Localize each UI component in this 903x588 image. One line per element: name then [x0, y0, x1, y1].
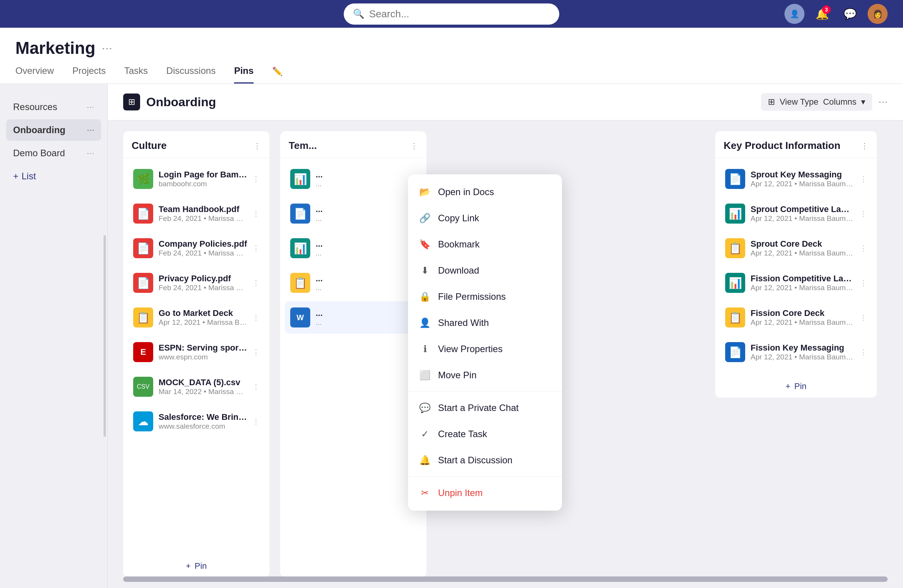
messages-button[interactable]: 💬 [840, 4, 860, 24]
pin-item[interactable]: 📄 Fission Key Messaging Apr 12, 2021 • M… [720, 336, 872, 368]
pin-icon: 📄 [133, 204, 153, 224]
tab-projects[interactable]: Projects [72, 65, 106, 84]
sidebar-item-more[interactable]: ⋯ [87, 125, 94, 135]
menu-item-view-properties[interactable]: ℹ View Properties [408, 336, 562, 362]
pin-meta: www.salesforce.com [159, 422, 247, 431]
pin-item[interactable]: 📋 ... ... ⋮ [285, 267, 422, 299]
user-avatar-left[interactable]: 👤 [784, 4, 804, 24]
pin-details: Privacy Policy.pdf Feb 24, 2021 • Mariss… [159, 274, 247, 292]
tab-pins[interactable]: Pins [234, 65, 254, 84]
view-type-button[interactable]: ⊞ View Type Columns ▾ [761, 93, 872, 111]
pin-item[interactable]: 📊 Sprout Competitive Lands... Apr 12, 20… [720, 197, 872, 230]
search-bar[interactable]: 🔍 [344, 3, 559, 25]
pin-more-button[interactable]: ⋮ [860, 279, 867, 287]
pin-name: Fission Core Deck [751, 308, 855, 318]
edit-icon[interactable]: ✏️ [272, 67, 283, 77]
pin-more-button[interactable]: ⋮ [253, 383, 259, 391]
pin-more-button[interactable]: ⋮ [860, 313, 867, 322]
pin-more-button[interactable]: ⋮ [860, 209, 867, 218]
menu-item-label: Bookmark [438, 239, 480, 250]
tab-discussions[interactable]: Discussions [166, 65, 216, 84]
user-avatar-right[interactable]: 👩 [868, 4, 888, 24]
content-area: Resources ⋯ Onboarding ⋯ Demo Board ⋯ + … [0, 84, 903, 588]
tab-overview[interactable]: Overview [15, 65, 54, 84]
add-pin-button-key-product[interactable]: + Pin [715, 375, 877, 398]
sidebar-scrollbar[interactable] [104, 235, 106, 437]
pin-more-button[interactable]: ⋮ [253, 348, 259, 356]
menu-item-copy-link[interactable]: 🔗 Copy Link [408, 205, 562, 231]
pin-name: ... [316, 274, 404, 284]
pin-item[interactable]: 📊 Fission Competitive Land... Apr 12, 20… [720, 267, 872, 299]
menu-item-open-in-docs[interactable]: 📂 Open in Docs [408, 179, 562, 205]
column-more-button[interactable]: ⋮ [253, 141, 261, 150]
pin-name: Fission Key Messaging [751, 343, 855, 353]
horizontal-scrollbar[interactable] [123, 576, 888, 582]
pin-item[interactable]: CSV MOCK_DATA (5).csv Mar 14, 2022 • Mar… [128, 371, 265, 403]
pin-meta: Feb 24, 2021 • Marissa Baume... [159, 284, 247, 292]
column-more-button[interactable]: ⋮ [861, 141, 868, 150]
pin-item[interactable]: 📄 Company Policies.pdf Feb 24, 2021 • Ma… [128, 232, 265, 264]
sidebar-item-more[interactable]: ⋯ [87, 149, 94, 158]
sidebar-item-more[interactable]: ⋯ [87, 102, 94, 112]
menu-item-start-discussion[interactable]: 🔔 Start a Discussion [408, 447, 562, 473]
menu-item-unpin[interactable]: ✂ Unpin Item [408, 480, 562, 506]
sidebar-item-resources[interactable]: Resources ⋯ [6, 96, 101, 118]
menu-item-bookmark[interactable]: 🔖 Bookmark [408, 231, 562, 257]
pin-icon: E [133, 342, 153, 362]
page-more-button[interactable]: ⋯ [102, 42, 112, 55]
column-more-button[interactable]: ⋮ [410, 141, 418, 150]
pin-more-button[interactable]: ⋮ [860, 348, 867, 356]
main-wrapper: Marketing ⋯ Overview Projects Tasks Disc… [0, 28, 903, 588]
add-pin-button-culture[interactable]: + Pin [123, 555, 269, 577]
pin-item[interactable]: W ... ... ⋮ [285, 301, 422, 334]
pin-more-button[interactable]: ⋮ [860, 175, 867, 183]
column-header-key-product: Key Product Information ⋮ [715, 131, 877, 158]
sidebar-item-onboarding[interactable]: Onboarding ⋯ [6, 119, 101, 141]
pin-icon: 📋 [290, 273, 310, 293]
pin-icon: ☁ [133, 411, 153, 431]
chat-icon: 💬 [419, 403, 431, 413]
pin-more-button[interactable]: ⋮ [860, 244, 867, 252]
pin-item[interactable]: 📄 Sprout Key Messaging Apr 12, 2021 • Ma… [720, 163, 872, 195]
pin-item[interactable]: 📋 Sprout Core Deck Apr 12, 2021 • Mariss… [720, 232, 872, 264]
pin-more-button[interactable]: ⋮ [253, 313, 259, 322]
pins-title-row: ⊞ Onboarding [123, 94, 216, 110]
column-title: Tem... [289, 140, 317, 152]
pin-item[interactable]: E ESPN: Serving sports fans... www.espn.… [128, 336, 265, 368]
pin-item[interactable]: 🌿 Login Page for BambooH... bamboohr.com… [128, 163, 265, 195]
pin-item[interactable]: 📊 ... ... ⋮ [285, 232, 422, 264]
pin-name: ... [316, 204, 404, 214]
pin-more-button[interactable]: ⋮ [253, 175, 259, 183]
tab-tasks[interactable]: Tasks [124, 65, 148, 84]
search-input[interactable] [369, 8, 550, 20]
menu-item-shared-with[interactable]: 👤 Shared With [408, 310, 562, 336]
notifications-button[interactable]: 🔔 3 [812, 4, 832, 24]
pin-more-button[interactable]: ⋮ [253, 417, 259, 426]
pin-more-button[interactable]: ⋮ [253, 209, 259, 218]
pin-item[interactable]: 📋 Fission Core Deck Apr 12, 2021 • Maris… [720, 301, 872, 334]
menu-item-label: Open in Docs [438, 187, 494, 197]
pin-meta: Apr 12, 2021 • Marissa Baumei... [751, 214, 855, 223]
pin-item[interactable]: 📄 Team Handbook.pdf Feb 24, 2021 • Maris… [128, 197, 265, 230]
pin-item[interactable]: ☁ Salesforce: We Bring Com... www.salesf… [128, 405, 265, 438]
chevron-down-icon: ▾ [861, 97, 865, 107]
pin-item[interactable]: 📄 ... ... ⋮ [285, 197, 422, 230]
menu-item-start-private-chat[interactable]: 💬 Start a Private Chat [408, 395, 562, 421]
task-icon: ✓ [419, 429, 431, 439]
menu-item-move-pin[interactable]: ⬜ Move Pin [408, 362, 562, 388]
pin-name: ... [316, 239, 404, 249]
pin-more-button[interactable]: ⋮ [253, 279, 259, 287]
sidebar-item-demo-board[interactable]: Demo Board ⋯ [6, 142, 101, 164]
add-list-button[interactable]: + List [6, 165, 101, 187]
copy-link-icon: 🔗 [419, 213, 431, 224]
pin-item[interactable]: 📄 Privacy Policy.pdf Feb 24, 2021 • Mari… [128, 267, 265, 299]
pin-icon: 📊 [290, 238, 310, 258]
pin-details: Company Policies.pdf Feb 24, 2021 • Mari… [159, 239, 247, 257]
pin-item[interactable]: 📊 ... ... ⋮ [285, 163, 422, 195]
pin-more-button[interactable]: ⋮ [253, 244, 259, 252]
pins-header-more[interactable]: ⋯ [878, 97, 888, 107]
menu-item-file-permissions[interactable]: 🔒 File Permissions [408, 284, 562, 310]
pin-item[interactable]: 📋 Go to Market Deck Apr 12, 2021 • Maris… [128, 301, 265, 334]
menu-item-create-task[interactable]: ✓ Create Task [408, 421, 562, 447]
menu-item-download[interactable]: ⬇ Download [408, 257, 562, 284]
